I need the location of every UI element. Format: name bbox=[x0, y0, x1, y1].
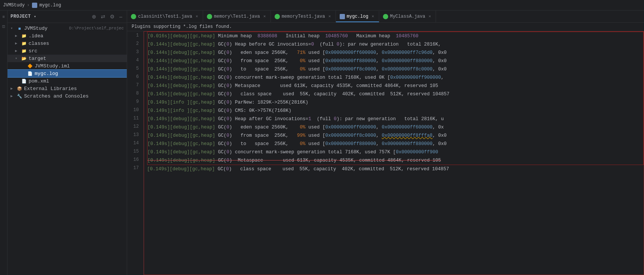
tab-mygclog[interactable]: mygc.log × bbox=[336, 11, 379, 22]
idea-label: .idea bbox=[29, 33, 124, 39]
ln-14: 14 bbox=[130, 139, 139, 147]
idea-arrow: ▶ bbox=[15, 34, 20, 38]
ts-1: [0.016s] bbox=[147, 32, 170, 40]
settings-btn[interactable]: ⚙ bbox=[108, 13, 116, 20]
log-label: mygc.log bbox=[35, 71, 124, 76]
tree-root-item[interactable]: ▾ ◼ JVMStudy D:\Project\self_projec bbox=[8, 24, 127, 32]
tab-mygclog-icon bbox=[340, 14, 345, 19]
project-breadcrumb: JVMStudy bbox=[3, 3, 25, 8]
src-label: src bbox=[29, 48, 124, 54]
title-bar: JVMStudy › mygc.log bbox=[0, 0, 644, 11]
scroll-from-source-btn[interactable]: ⇄ bbox=[99, 13, 107, 20]
ln-8: 8 bbox=[130, 89, 139, 98]
pom-file-icon: 📄 bbox=[21, 78, 27, 84]
target-label: target bbox=[29, 56, 124, 61]
tab-classinit[interactable]: classinit\Test1.java × bbox=[127, 11, 203, 22]
editor-area: classinit\Test1.java × memory\Test1.java… bbox=[127, 11, 644, 275]
tree-src[interactable]: ▶ 📁 src bbox=[8, 47, 127, 55]
tree-mygc-log[interactable]: ▶ 📄 mygc.log bbox=[8, 70, 127, 77]
tab-myclassa-label: MyClassA.java bbox=[390, 14, 425, 19]
tab-memorytest1[interactable]: memoryTest1.java × bbox=[271, 11, 336, 22]
scratches-icon: 🔧 bbox=[17, 93, 23, 99]
code-line-16: [0.149s][debug][gc,heap] GC(0) Metaspace… bbox=[147, 156, 643, 165]
iml-label: JVMStudy.iml bbox=[35, 63, 124, 69]
title-file-icon-log bbox=[32, 3, 37, 8]
ln-11: 11 bbox=[130, 114, 139, 122]
code-line-17: [0.149s][debug][gc,heap] GC(0) class spa… bbox=[147, 165, 644, 173]
tab-memory[interactable]: memory\Test1.java × bbox=[203, 11, 271, 22]
ln-2: 2 bbox=[130, 40, 139, 48]
file-breadcrumb: mygc.log bbox=[39, 3, 61, 8]
code-line-9: [0.149s][info ][gc,heap] GC(0) ParNew: 1… bbox=[147, 98, 643, 107]
line-numbers: 1 2 3 4 5 6 7 8 9 10 11 12 13 14 15 16 1 bbox=[127, 31, 144, 275]
code-line-6: [0.144s][debug][gc,heap] GC(0) concurren… bbox=[147, 73, 643, 82]
code-editor[interactable]: 1 2 3 4 5 6 7 8 9 10 11 12 13 14 15 16 1 bbox=[127, 31, 644, 275]
code-line-10: [0.149s][info ][gc,heap] GC(0) CMS: 0K->… bbox=[147, 107, 643, 115]
tab-myclassa[interactable]: MyClassA.java × bbox=[379, 11, 436, 22]
tag-1: [gc,heap] bbox=[190, 32, 216, 40]
ln-6: 6 bbox=[130, 73, 139, 81]
tab-memorytest1-icon bbox=[275, 14, 280, 19]
code-line-13: [0.149s][debug][gc,heap] GC(0) from spac… bbox=[147, 131, 643, 140]
ln-10: 10 bbox=[130, 106, 139, 114]
root-label: JVMStudy bbox=[24, 26, 66, 31]
tree-external-libs[interactable]: ▶ 📦 External Libraries bbox=[8, 85, 127, 92]
code-line-11: [0.149s][debug][gc,heap] GC(0) Heap afte… bbox=[147, 115, 643, 123]
project-tree: ▾ ◼ JVMStudy D:\Project\self_projec ▶ 📁 … bbox=[8, 23, 127, 275]
tree-scratches[interactable]: ▶ 🔧 Scratches and Consoles bbox=[8, 92, 127, 100]
ln-13: 13 bbox=[130, 131, 139, 139]
libs-icon: 📦 bbox=[17, 86, 23, 92]
code-line-7: [0.144s][debug][gc,heap] GC(0) Metaspace… bbox=[147, 82, 643, 90]
hide-sidebar-btn[interactable]: – bbox=[118, 13, 124, 20]
side-icon-1[interactable]: ≡ bbox=[0, 14, 7, 20]
tab-memorytest1-close[interactable]: × bbox=[328, 14, 332, 19]
ln-16: 16 bbox=[130, 156, 139, 164]
code-line-8: [0.145s][debug][gc,heap] GC(0) class spa… bbox=[147, 90, 643, 98]
tab-myclassa-icon bbox=[383, 14, 388, 19]
tab-memory-close[interactable]: × bbox=[263, 14, 267, 19]
sidebar-dropdown-btn[interactable]: ▾ bbox=[34, 14, 36, 19]
num-1b: 10485760 bbox=[325, 32, 348, 40]
ln-12: 12 bbox=[130, 122, 139, 131]
tab-mygclog-label: mygc.log bbox=[347, 14, 369, 19]
tree-pom-xml[interactable]: ▶ 📄 pom.xml bbox=[8, 77, 127, 85]
num-1a: 8388608 bbox=[258, 32, 278, 40]
tree-jvmstudy-iml[interactable]: ▶ 🔶 JVMStudy.iml bbox=[8, 62, 127, 70]
tab-mygclog-close[interactable]: × bbox=[371, 14, 375, 19]
libs-label: External Libraries bbox=[24, 86, 124, 92]
root-path: D:\Project\self_projec bbox=[69, 26, 124, 31]
breadcrumb-sep: › bbox=[27, 3, 30, 8]
code-line-2: [0.144s][debug][gc,heap] GC(0) Heap befo… bbox=[147, 40, 643, 49]
project-sidebar: Project ▾ ⊕ ⇄ ⚙ – ▾ ◼ JVMStudy D:\Projec… bbox=[8, 11, 127, 275]
target-folder-icon: 📂 bbox=[21, 55, 27, 61]
ln-17: 17 bbox=[130, 164, 139, 172]
tab-memory-icon bbox=[207, 14, 212, 19]
classes-folder-icon: 📁 bbox=[21, 40, 27, 46]
tabs-bar: classinit\Test1.java × memory\Test1.java… bbox=[127, 11, 644, 23]
sidebar-header: Project ▾ ⊕ ⇄ ⚙ – bbox=[8, 11, 127, 23]
text-1a: Minimum heap bbox=[215, 32, 258, 40]
ln-15: 15 bbox=[130, 147, 139, 156]
src-folder-icon: 📁 bbox=[21, 48, 27, 54]
classes-arrow: ▶ bbox=[15, 41, 20, 46]
code-line-4: [0.144s][debug][gc,heap] GC(0) from spac… bbox=[147, 57, 643, 65]
code-line-1: [0.016s][debug][gc,heap] Minimum heap 83… bbox=[147, 32, 643, 40]
tree-target[interactable]: ▾ 📂 target bbox=[8, 55, 127, 62]
text-1c: Maximum heap bbox=[348, 32, 396, 40]
tab-myclassa-close[interactable]: × bbox=[428, 14, 432, 19]
tree-idea[interactable]: ▶ 📁 .idea bbox=[8, 32, 127, 40]
text-1b: Initial heap bbox=[277, 32, 325, 40]
ln-7: 7 bbox=[130, 81, 139, 89]
add-content-btn[interactable]: ⊕ bbox=[90, 13, 98, 20]
notification-text: Plugins supporting *.log files found. bbox=[132, 24, 232, 29]
code-line-5: [0.144s][debug][gc,heap] GC(0) to space … bbox=[147, 65, 643, 73]
tree-classes[interactable]: ▶ 📁 classes bbox=[8, 40, 127, 47]
code-content: [0.016s][debug][gc,heap] Minimum heap 83… bbox=[144, 31, 644, 275]
tab-classinit-icon bbox=[131, 14, 136, 19]
tab-classinit-close[interactable]: × bbox=[195, 14, 199, 19]
tab-classinit-label: classinit\Test1.java bbox=[138, 14, 192, 19]
side-icon-strip: ≡ ◫ bbox=[0, 11, 8, 275]
code-editor-inner: 1 2 3 4 5 6 7 8 9 10 11 12 13 14 15 16 1 bbox=[127, 31, 644, 275]
scratches-label: Scratches and Consoles bbox=[24, 93, 124, 99]
side-icon-2[interactable]: ◫ bbox=[0, 23, 7, 29]
